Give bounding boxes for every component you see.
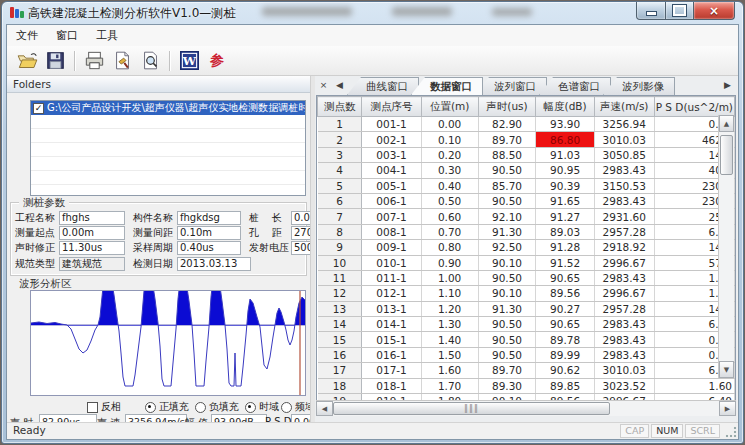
- table-cell[interactable]: 16: [318, 347, 362, 362]
- minimize-button[interactable]: [636, 2, 666, 20]
- horizontal-scrollbar[interactable]: ◀ ‖‖‖ ▶: [316, 400, 736, 416]
- table-cell[interactable]: 11: [318, 270, 362, 285]
- table-cell[interactable]: 3050.85: [594, 147, 654, 162]
- table-row[interactable]: 7007-10.6092.1091.272931.6025.6: [318, 209, 735, 224]
- table-cell[interactable]: 1.70: [421, 378, 478, 393]
- table-cell[interactable]: 003-1: [362, 147, 421, 162]
- column-header[interactable]: 声速(m/s): [594, 97, 654, 117]
- folder-list-item[interactable]: ✓G:\公司产品设计开发\超声仪器\超声仪实地检测数据调桩时qd\qd03\qd…: [31, 101, 305, 115]
- column-header[interactable]: 声时(us): [478, 97, 536, 117]
- table-cell[interactable]: 1.30: [421, 317, 478, 332]
- table-cell[interactable]: 5: [318, 178, 362, 193]
- table-cell[interactable]: 2996.67: [594, 286, 654, 301]
- table-cell[interactable]: 90.50: [478, 347, 536, 362]
- table-cell[interactable]: 2983.43: [594, 317, 654, 332]
- table-cell[interactable]: 001-1: [362, 117, 421, 132]
- fill-negative-radio[interactable]: 负填充: [195, 400, 239, 414]
- table-cell[interactable]: 1: [318, 117, 362, 132]
- table-cell[interactable]: 9: [318, 240, 362, 255]
- param-field[interactable]: fhghs: [59, 211, 125, 225]
- table-cell[interactable]: 005-1: [362, 178, 421, 193]
- table-cell[interactable]: 013-1: [362, 301, 421, 316]
- table-row[interactable]: 8008-10.7091.3089.032957.286.40: [318, 224, 735, 239]
- table-cell[interactable]: 90.65: [536, 270, 595, 285]
- table-cell[interactable]: 13: [318, 301, 362, 316]
- checkbox-icon[interactable]: [87, 402, 98, 413]
- table-row[interactable]: 12012-11.1090.1089.562996.671.60: [318, 286, 735, 301]
- table-cell[interactable]: 90.62: [536, 363, 595, 378]
- table-cell[interactable]: 007-1: [362, 209, 421, 224]
- menu-item-0[interactable]: 文件: [7, 26, 47, 45]
- title-bar[interactable]: 高铁建混凝土检测分析软件V1.0—测桩 ×: [2, 2, 743, 23]
- table-cell[interactable]: 2983.43: [594, 193, 654, 208]
- param-field[interactable]: 11.30us: [59, 241, 125, 255]
- table-cell[interactable]: 0.30: [421, 163, 478, 178]
- tab-数据窗口[interactable]: 数据窗口: [411, 77, 483, 95]
- table-cell[interactable]: 017-1: [362, 363, 421, 378]
- menu-item-1[interactable]: 窗口: [47, 26, 87, 45]
- table-cell[interactable]: 3: [318, 147, 362, 162]
- scroll-up-icon[interactable]: ▲: [719, 115, 734, 132]
- tab-scroll-left-icon[interactable]: ◀: [333, 79, 346, 92]
- table-cell[interactable]: 3023.52: [594, 378, 654, 393]
- table-cell[interactable]: 0.20: [421, 147, 478, 162]
- column-header[interactable]: 幅度(dB): [536, 97, 595, 117]
- table-cell[interactable]: 002-1: [362, 132, 421, 147]
- table-cell[interactable]: 14: [318, 317, 362, 332]
- table-cell[interactable]: 7: [318, 209, 362, 224]
- table-cell[interactable]: 89.99: [536, 347, 595, 362]
- table-cell[interactable]: 1.60: [654, 378, 734, 393]
- table-cell[interactable]: 0.00: [421, 117, 478, 132]
- table-cell[interactable]: 89.78: [536, 332, 595, 347]
- table-cell[interactable]: 0.40: [421, 178, 478, 193]
- table-cell[interactable]: 1.00: [421, 270, 478, 285]
- table-cell[interactable]: 91.52: [536, 255, 595, 270]
- vertical-scroll-thumb[interactable]: [720, 135, 733, 175]
- maximize-button[interactable]: [666, 2, 693, 20]
- tab-波列窗口[interactable]: 波列窗口: [475, 77, 547, 95]
- table-cell[interactable]: 2918.92: [594, 240, 654, 255]
- table-cell[interactable]: 2957.28: [594, 301, 654, 316]
- column-header[interactable]: 位置(m): [421, 97, 478, 117]
- table-row[interactable]: 5005-10.4085.7090.393150.53230.4: [318, 178, 735, 193]
- tab-色谱窗口[interactable]: 色谱窗口: [539, 77, 611, 95]
- resize-grip[interactable]: [724, 425, 737, 438]
- tab-曲线窗口[interactable]: 曲线窗口: [347, 77, 419, 95]
- table-cell[interactable]: 91.30: [478, 224, 536, 239]
- table-cell[interactable]: 93.90: [536, 117, 595, 132]
- table-cell[interactable]: 1.20: [421, 301, 478, 316]
- radio-icon[interactable]: [195, 402, 206, 413]
- table-cell[interactable]: 2: [318, 132, 362, 147]
- table-cell[interactable]: 0.90: [421, 255, 478, 270]
- column-header[interactable]: P S D(us^2/m): [654, 97, 734, 117]
- table-row[interactable]: 13013-11.2091.3090.272957.2814.4: [318, 301, 735, 316]
- table-cell[interactable]: 3010.03: [594, 132, 654, 147]
- table-cell[interactable]: 0.50: [421, 193, 478, 208]
- scroll-down-icon[interactable]: ▼: [719, 361, 734, 378]
- table-cell[interactable]: 4: [318, 163, 362, 178]
- close-button[interactable]: ×: [693, 2, 735, 20]
- table-cell[interactable]: 89.56: [536, 286, 595, 301]
- table-cell[interactable]: 85.70: [478, 178, 536, 193]
- horizontal-scroll-thumb[interactable]: ‖‖‖: [333, 402, 610, 415]
- table-cell[interactable]: 89.70: [478, 132, 536, 147]
- close-view-icon[interactable]: ×: [317, 79, 330, 92]
- table-cell[interactable]: 89.30: [478, 378, 536, 393]
- table-cell[interactable]: 82.90: [478, 117, 536, 132]
- radio-icon[interactable]: [245, 402, 256, 413]
- fill-positive-radio[interactable]: 正填充: [145, 400, 189, 414]
- table-cell[interactable]: 89.03: [536, 224, 595, 239]
- table-cell[interactable]: 90.50: [478, 270, 536, 285]
- table-row[interactable]: 2002-10.1089.7086.803010.03462.4: [318, 132, 735, 147]
- table-cell[interactable]: 18: [318, 378, 362, 393]
- table-cell[interactable]: 2983.43: [594, 163, 654, 178]
- print-icon[interactable]: [81, 49, 107, 73]
- waveform-plot[interactable]: [30, 290, 306, 396]
- table-cell[interactable]: 1.10: [421, 286, 478, 301]
- table-row[interactable]: 10010-10.9090.1091.522996.6757.6: [318, 255, 735, 270]
- checkbox-icon[interactable]: ✓: [33, 103, 44, 114]
- param-field[interactable]: 0.10m: [177, 226, 241, 240]
- tab-波列影像[interactable]: 波列影像: [603, 77, 675, 95]
- table-row[interactable]: 1001-10.0082.9093.903256.940.00: [318, 117, 735, 132]
- table-cell[interactable]: 90.95: [536, 163, 595, 178]
